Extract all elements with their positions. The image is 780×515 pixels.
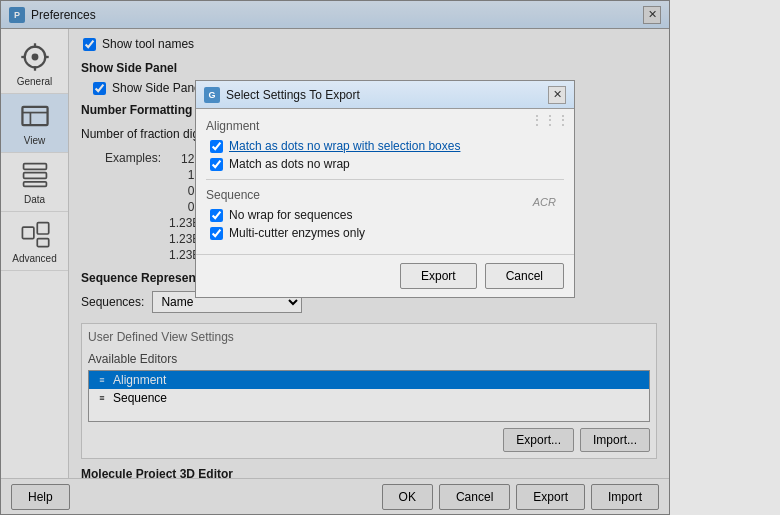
dialog-separator: [206, 179, 564, 180]
dialog-icon: G: [204, 87, 220, 103]
alignment-cb1[interactable]: [210, 140, 223, 153]
dialog-footer: Export Cancel: [196, 254, 574, 297]
alignment-cb2-label: Match as dots no wrap: [229, 157, 350, 171]
sequence-section-label: Sequence: [206, 188, 564, 202]
alignment-cb1-label: Match as dots no wrap with selection box…: [229, 139, 460, 153]
dialog-sequence-cb2-row: Multi-cutter enzymes only: [210, 226, 564, 240]
dialog-title-text: Select Settings To Export: [226, 88, 548, 102]
dialog-sequence-cb1-row: No wrap for sequences: [210, 208, 564, 222]
dialog-alignment-cb1-row: Match as dots no wrap with selection box…: [210, 139, 564, 153]
sequence-section-container: Sequence ACR: [206, 188, 564, 202]
dialog-close-button[interactable]: ✕: [548, 86, 566, 104]
sequence-cb2-label: Multi-cutter enzymes only: [229, 226, 365, 240]
sequence-cb1[interactable]: [210, 209, 223, 222]
sequence-cb2[interactable]: [210, 227, 223, 240]
export-dialog: G Select Settings To Export ✕ ⋮⋮⋮ Alignm…: [195, 80, 575, 298]
alignment-section-label: Alignment: [206, 119, 564, 133]
grid-icon: ⋮⋮⋮: [531, 113, 570, 127]
dialog-export-button[interactable]: Export: [400, 263, 477, 289]
dialog-title-bar: G Select Settings To Export ✕: [196, 81, 574, 109]
sequence-cb1-label: No wrap for sequences: [229, 208, 352, 222]
alignment-cb2[interactable]: [210, 158, 223, 171]
dialog-cancel-button[interactable]: Cancel: [485, 263, 564, 289]
dialog-alignment-cb2-row: Match as dots no wrap: [210, 157, 564, 171]
dialog-body: ⋮⋮⋮ Alignment Match as dots no wrap with…: [196, 109, 574, 254]
acr-label: ACR: [533, 196, 556, 208]
